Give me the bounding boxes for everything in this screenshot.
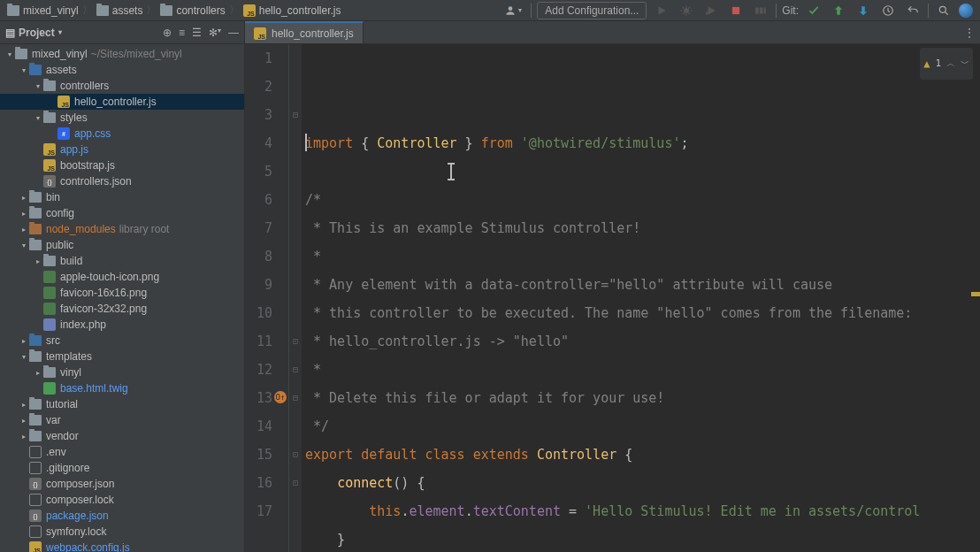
tree-row[interactable]: ▸vinyl (0, 364, 244, 380)
tree-row[interactable]: ▸build (0, 253, 244, 269)
code-line[interactable]: connect() { (305, 469, 980, 497)
line-number[interactable]: 11 (245, 327, 272, 356)
tree-row[interactable]: ▾mixed_vinyl~/Sites/mixed_vinyl (0, 46, 244, 62)
code-line[interactable]: * hello_controller.js -> "hello" (305, 327, 980, 356)
debug-icon[interactable] (677, 2, 696, 19)
chevron-right-icon[interactable]: ▸ (19, 433, 28, 441)
chevron-right-icon[interactable]: ▸ (19, 417, 28, 425)
select-opened-file-icon[interactable]: ⊕ (163, 27, 172, 39)
fold-marker[interactable]: ⊡ (289, 327, 302, 356)
tree-row[interactable]: {}package.json (0, 508, 244, 524)
editor-scrollbar[interactable] (969, 44, 980, 552)
line-number[interactable]: 1 (245, 44, 272, 73)
tree-row[interactable]: ▸bin (0, 189, 244, 205)
tree-row[interactable]: JSwebpack.config.js (0, 540, 244, 552)
fold-marker[interactable]: ⊡ (289, 441, 302, 469)
line-number[interactable]: 4 (245, 129, 272, 157)
fold-marker[interactable]: ⊟ (289, 101, 302, 129)
add-configuration-button[interactable]: Add Configuration... (537, 2, 647, 19)
fold-column[interactable]: ⊟⊡⊟⊟⊡⊡ (289, 44, 302, 552)
tree-row[interactable]: ▾templates (0, 349, 244, 364)
project-tree[interactable]: ▾mixed_vinyl~/Sites/mixed_vinyl▾assets▾c… (0, 44, 244, 552)
chevron-right-icon[interactable]: ▸ (19, 194, 28, 202)
settings-icon[interactable]: ✻▾ (209, 27, 221, 39)
fold-marker[interactable]: ⊟ (289, 356, 302, 384)
tree-row[interactable]: ▾controllers (0, 78, 244, 94)
hide-panel-icon[interactable]: — (228, 27, 239, 39)
git-update-icon[interactable] (854, 2, 873, 19)
chevron-right-icon[interactable]: ▸ (19, 401, 28, 409)
code-line[interactable]: import { Controller } from '@hotwired/st… (305, 129, 980, 157)
attach-icon[interactable] (751, 2, 770, 19)
line-number[interactable]: 15 (245, 441, 272, 469)
line-number[interactable]: 16 (245, 469, 272, 497)
tree-row[interactable]: index.php (0, 317, 244, 333)
avatar[interactable] (959, 4, 973, 18)
line-number[interactable]: 12 (245, 356, 272, 384)
prev-problem-icon[interactable]: ︿ (946, 50, 955, 78)
user-dropdown-icon[interactable]: ▾ (501, 2, 525, 19)
tree-row[interactable]: .gitignore (0, 460, 244, 476)
chevron-down-icon[interactable]: ▾ (19, 66, 28, 74)
editor-tab[interactable]: JShello_controller.js (245, 21, 364, 43)
line-number[interactable]: 13O↑ (245, 384, 272, 412)
run-icon[interactable] (652, 2, 671, 19)
tree-row[interactable]: #app.css (0, 126, 244, 142)
tree-row[interactable]: ▸tutorial (0, 396, 244, 412)
chevron-right-icon[interactable]: ▸ (19, 210, 28, 218)
tree-row[interactable]: JShello_controller.js (0, 94, 244, 110)
code-line[interactable]: } (305, 525, 980, 552)
line-number[interactable]: 8 (245, 242, 272, 271)
git-push-icon[interactable] (829, 2, 848, 19)
chevron-down-icon[interactable]: ▾ (34, 114, 42, 122)
tree-row[interactable]: favicon-32x32.png (0, 301, 244, 317)
next-problem-icon[interactable]: ﹀ (961, 50, 969, 78)
line-number[interactable]: 5 (245, 157, 272, 186)
tree-row[interactable]: ▸var (0, 412, 244, 428)
code-line[interactable]: this.element.textContent = 'Hello Stimul… (305, 497, 980, 525)
tree-row[interactable]: {}composer.json (0, 476, 244, 492)
stop-icon[interactable] (726, 2, 746, 19)
code-area[interactable]: import { Controller } from '@hotwired/st… (302, 44, 980, 552)
line-number[interactable]: 6 (245, 186, 272, 214)
code-line[interactable]: */ (305, 412, 980, 441)
chevron-down-icon[interactable]: ▾ (19, 353, 28, 361)
line-number[interactable]: 17 (245, 497, 272, 525)
tree-row[interactable]: symfony.lock (0, 524, 244, 540)
code-line[interactable]: * (305, 356, 980, 384)
chevron-down-icon[interactable]: ▾ (19, 242, 28, 249)
breadcrumb-item[interactable]: assets (96, 4, 143, 17)
breadcrumb-item[interactable]: mixed_vinyl (7, 4, 79, 17)
rollback-icon[interactable] (903, 2, 923, 19)
tree-row[interactable]: favicon-16x16.png (0, 285, 244, 301)
chevron-right-icon[interactable]: ▸ (34, 257, 42, 265)
tree-row[interactable]: .env (0, 444, 244, 460)
line-number-gutter[interactable]: 12345678910111213O↑14151617 (245, 44, 289, 552)
project-view-selector[interactable]: ▤ Project ▾ (5, 27, 62, 39)
code-line[interactable]: /* (305, 186, 980, 214)
tree-row[interactable]: apple-touch-icon.png (0, 269, 244, 285)
tree-row[interactable]: ▸node_moduleslibrary root (0, 221, 244, 237)
inspection-widget[interactable]: ▲ 1 ︿ ﹀ (920, 48, 973, 80)
chevron-down-icon[interactable]: ▾ (34, 82, 42, 90)
code-line[interactable]: * (305, 242, 980, 271)
tree-row[interactable]: ▸vendor (0, 428, 244, 444)
code-line[interactable]: * Any element with a data-controller="he… (305, 271, 980, 299)
line-number[interactable]: 2 (245, 73, 272, 101)
code-line[interactable]: * Delete this file or adapt it for your … (305, 384, 980, 412)
expand-all-icon[interactable]: ≡ (179, 27, 185, 39)
tree-row[interactable]: {}controllers.json (0, 173, 244, 189)
chevron-right-icon[interactable]: ▸ (34, 369, 42, 377)
tree-row[interactable]: ▸config (0, 205, 244, 221)
git-commit-icon[interactable] (804, 2, 823, 19)
override-marker-icon[interactable]: O↑ (274, 391, 287, 403)
tree-row[interactable]: base.html.twig (0, 380, 244, 396)
code-line[interactable]: * this controller to be executed. The na… (305, 299, 980, 327)
collapse-all-icon[interactable]: ☰ (192, 27, 202, 39)
breadcrumb-item[interactable]: controllers (160, 4, 225, 17)
editor-body[interactable]: 12345678910111213O↑14151617 ⊟⊡⊟⊟⊡⊡ impor… (245, 44, 980, 552)
tabbar-overflow-icon[interactable]: ⋮ (959, 21, 980, 43)
line-number[interactable]: 3 (245, 101, 272, 129)
tree-row[interactable]: ▾styles (0, 110, 244, 126)
code-line[interactable]: export default class extends Controller … (305, 441, 980, 469)
